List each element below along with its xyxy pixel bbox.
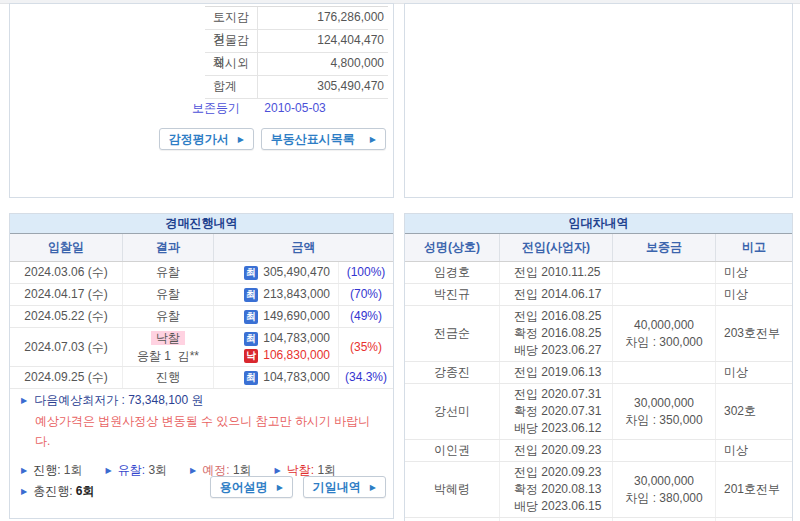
- appraisal-label: 건물감정: [205, 30, 258, 52]
- bid-percent: (34.3%): [338, 367, 393, 388]
- tenant-name: 박혜령: [405, 462, 499, 517]
- bid-date: 2024.03.06 (수): [10, 262, 122, 283]
- tenant-deposit: 30,000,000차임 : 380,000: [613, 462, 715, 517]
- bullet-icon: ▶: [21, 396, 27, 405]
- preservation-label[interactable]: 보존등기: [192, 101, 240, 115]
- move-date-line: 전입 2016.08.25: [514, 308, 601, 325]
- tenant-name: 이인권: [405, 440, 499, 461]
- move-date-line: 확정 2020.08.13: [514, 481, 601, 498]
- stat-label: 낙찰:: [287, 463, 314, 477]
- glossary-button[interactable]: 용어설명 ▶: [210, 476, 293, 498]
- schedule-button[interactable]: 기일내역 ▶: [303, 476, 386, 498]
- bid-percent: (35%): [338, 328, 393, 366]
- stat-count: 3회: [148, 463, 167, 477]
- deposit-line: 차임 : 300,000: [625, 334, 702, 351]
- bullet-icon: ▶: [190, 466, 196, 475]
- percent-value: (70%): [350, 286, 382, 303]
- amount-value: 104,783,000: [263, 369, 330, 386]
- amount-value: 104,783,000: [263, 330, 330, 347]
- deposit-line: 차임 : 380,000: [625, 490, 702, 507]
- lease-row: 전금순 전입 2016.08.25확정 2016.08.25배당 2023.06…: [405, 306, 792, 362]
- amount-line: 최 149,690,000: [244, 308, 330, 325]
- tenant-move-dates: 전입 2020.09.23: [499, 440, 613, 461]
- schedule-label: 기일내역: [313, 479, 361, 496]
- column-header-deposit: 보증금: [613, 234, 715, 261]
- bid-percent: (70%): [338, 284, 393, 305]
- column-header-note: 비고: [715, 234, 792, 261]
- column-header-result: 결과: [122, 234, 214, 261]
- tenant-move-dates: 전입 2010.11.25: [499, 262, 613, 283]
- percent-value: (49%): [350, 308, 382, 325]
- move-date-line: 확정 2016.08.25: [514, 325, 601, 342]
- tenant-name: 강종진: [405, 362, 499, 383]
- deposit-line: 차임 : 350,000: [625, 412, 702, 429]
- stat-count: 1회: [64, 463, 83, 477]
- tenant-note: 미상: [715, 440, 792, 461]
- bid-date: 2024.09.25 (수): [10, 367, 122, 388]
- amount-badge-icon: 최: [244, 371, 258, 385]
- stat-label: 진행:: [33, 463, 60, 477]
- bid-amounts: 최 305,490,470: [214, 262, 338, 283]
- amount-badge-icon: 최: [244, 332, 258, 346]
- auction-row: 2024.05.22 (수) 유찰 최 149,690,000: [10, 306, 393, 328]
- stat-count: 1회: [233, 463, 252, 477]
- move-date-line: 배당 2023.06.12: [514, 420, 601, 437]
- appraisal-value: 4,800,000: [258, 53, 388, 75]
- bullet-icon: ▶: [21, 487, 27, 496]
- amount-line: 낙 106,830,000: [244, 347, 330, 364]
- lease-row: 강종진 전입 2019.06.13 미상: [405, 362, 792, 384]
- auction-history-title: 경매진행내역: [10, 214, 393, 234]
- result-text: 유찰: [156, 265, 180, 279]
- empty-panel: [404, 3, 793, 198]
- lease-history-panel: 임대차내역 성명(상호) 전입(사업자) 보증금 비고 임경호 전입 2010.…: [404, 213, 793, 521]
- move-date-line: 전입 2014.06.17: [514, 286, 601, 303]
- appraisal-label: 제시외: [205, 53, 258, 75]
- tenant-deposit: 30,000,000차임 : 350,000: [613, 384, 715, 439]
- preservation-date: 2010-05-03: [264, 101, 325, 115]
- deposit-line: 30,000,000: [634, 473, 694, 490]
- tenant-deposit: [613, 362, 715, 383]
- tenant-move-dates: 전입 2014.06.17: [499, 284, 613, 305]
- next-minimum-price: ▶다음예상최저가 : 73,348,100 원: [21, 390, 385, 411]
- arrow-icon: ▶: [370, 135, 376, 144]
- lease-row: 박진규 전입 2014.06.17 미상: [405, 284, 792, 306]
- lease-history-title: 임대차내역: [405, 214, 792, 234]
- appraisal-report-button[interactable]: 감정평가서 ▶: [159, 128, 254, 150]
- lease-table-header: 성명(상호) 전입(사업자) 보증금 비고: [405, 234, 792, 262]
- bullet-icon: ▶: [275, 466, 281, 475]
- bid-result: 유찰: [122, 262, 214, 283]
- appraisal-row: 건물감정 124,404,470: [205, 30, 388, 53]
- move-date-line: 전입 2020.09.23: [514, 464, 601, 481]
- bid-date: 2024.04.17 (수): [10, 284, 122, 305]
- page: 토지감정 176,286,000 건물감정 124,404,470 제시외 4,…: [0, 0, 800, 521]
- price-notice: 예상가격은 법원사정상 변동될 수 있으니 참고만 하시기 바랍니다.: [21, 411, 385, 451]
- amount-badge-icon: 최: [244, 288, 258, 302]
- move-date-line: 전입 2020.07.31: [514, 386, 601, 403]
- next-minimum-price-text: 다음예상최저가 : 73,348,100 원: [34, 393, 203, 407]
- bid-amounts: 최 104,783,000 낙 106,830,000: [214, 328, 338, 366]
- property-list-button[interactable]: 부동산표시목록 ▶: [261, 128, 386, 150]
- bullet-icon: ▶: [21, 466, 27, 475]
- stat-label: 유찰:: [118, 463, 145, 477]
- result-text: 유찰: [156, 309, 180, 323]
- deposit-line: 30,000,000: [634, 395, 694, 412]
- stat-item: ▶유찰: 3회: [106, 460, 168, 481]
- move-date-line: 배당 2023.06.27: [514, 342, 601, 359]
- tenant-name: 전금순: [405, 306, 499, 361]
- bullet-icon: ▶: [106, 466, 112, 475]
- lease-table-body: 임경호 전입 2010.11.25 미상 박진규 전입 2014.06.17: [405, 262, 792, 521]
- bid-amounts: 최 149,690,000: [214, 306, 338, 327]
- property-list-label: 부동산표시목록: [271, 131, 355, 148]
- bid-result: 낙찰 응찰 1 김**: [122, 328, 214, 366]
- tenant-note: 201호전부: [715, 462, 792, 517]
- bid-date: 2024.07.03 (수): [10, 328, 122, 366]
- amount-line: 최 104,783,000: [244, 369, 330, 386]
- preservation-registration: 보존등기 2010-05-03: [192, 100, 388, 117]
- auction-row: 2024.04.17 (수) 유찰 최 213,843,000: [10, 284, 393, 306]
- column-header-bid-date: 입찰일: [10, 234, 122, 261]
- move-date-line: 전입 2010.11.25: [514, 264, 601, 281]
- column-header-tenant-name: 성명(상호): [405, 234, 499, 261]
- move-date-line: 전입 2020.09.23: [514, 442, 601, 459]
- amount-value: 106,830,000: [263, 347, 330, 364]
- appraisal-buttons: 감정평가서 ▶ 부동산표시목록 ▶: [159, 128, 386, 150]
